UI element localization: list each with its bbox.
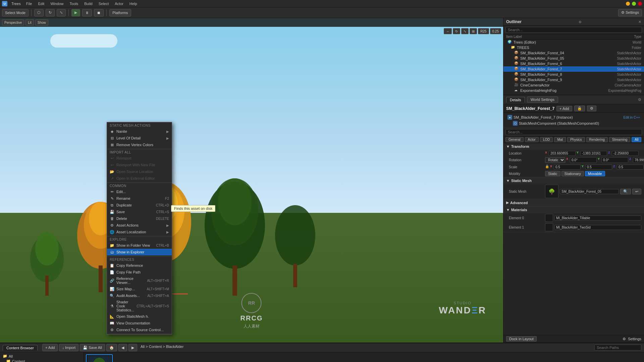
mobility-static-btn[interactable]: Static <box>545 171 560 176</box>
scale-lock-icon[interactable]: 🔒 <box>545 165 549 170</box>
root-component-item[interactable]: ● SM_BlackAlder_Forest_7 (Instance) Edit… <box>506 114 641 120</box>
viewport-scale-btn[interactable]: ⤡ <box>461 28 469 34</box>
materials-section-header[interactable]: ▼ Materials <box>503 206 644 213</box>
rotation-y-input[interactable] <box>601 157 628 163</box>
outliner-item-sm7[interactable]: 📦 SM_BlackAlder_Forest_7 StaticMeshActor <box>503 66 644 72</box>
outliner-item-sm8[interactable]: 📦 SM_BlackAlder_Forest_8 StaticMeshActor <box>503 72 644 77</box>
viewport-rotate-btn[interactable]: ↻ <box>453 28 460 34</box>
outliner-search-input[interactable] <box>505 27 642 33</box>
static-mesh-input[interactable] <box>560 189 619 194</box>
location-y-input[interactable] <box>580 151 607 156</box>
material-1-input[interactable] <box>554 225 641 230</box>
details-add-btn[interactable]: + Add <box>556 106 572 111</box>
ctx-audit-assets[interactable]: 🔍 Audit Assets... ALT+SHIFT+A <box>107 292 172 299</box>
ctx-show-folder[interactable]: 📁 Show in Folder View CTRL+B <box>107 242 172 249</box>
cb-nav-back-btn[interactable]: ◀ <box>118 344 127 351</box>
settings-button[interactable]: ⚙ Settings <box>618 9 642 16</box>
outliner-item-sm9[interactable]: 📦 SM_BlackAlder_Forest_9 StaticMeshActor <box>503 77 644 82</box>
stop-button[interactable]: ⏹ <box>94 9 104 16</box>
outliner-item-fog[interactable]: ☁ ExponentialHeightFog ExponentialHeight… <box>503 88 644 93</box>
viewport-grid-btn[interactable]: ⊞ <box>470 28 477 34</box>
filter-streaming[interactable]: Streaming <box>609 137 631 142</box>
filter-physics[interactable]: Physics <box>567 137 585 142</box>
ctx-reference-viewer[interactable]: 🔗 Reference Viewer... ALT+SHIFT+R <box>107 276 172 286</box>
play-button[interactable]: ▶ <box>71 9 80 16</box>
menu-help[interactable]: Help <box>128 1 139 6</box>
outliner-item-sm04[interactable]: 📦 SM_BlackAlder_Forest_04 StaticMeshActo… <box>503 50 644 56</box>
rotation-mode-select[interactable]: Rotation <box>545 157 565 163</box>
outliner-item-sm6[interactable]: 📦 SM_BlackAlder_Forest_6 StaticMeshActor <box>503 61 644 66</box>
ctx-duplicate[interactable]: ⧉ Duplicate CTRL+D <box>107 202 172 208</box>
viewport-perspective-btn[interactable]: Perspective <box>2 19 24 25</box>
details-options[interactable]: ⚙ <box>638 98 641 102</box>
viewport[interactable]: Perspective Lit Show ↔ ↻ ⤡ ⊞ R25 0.25 <box>0 18 503 343</box>
ctx-show-explorer[interactable]: 🗂 Show in Explorer <box>107 249 172 255</box>
cb-save-btn[interactable]: 💾 Save All <box>80 344 105 351</box>
outliner-item-trees-folder[interactable]: 📁 TREES Folder <box>503 45 644 50</box>
details-lock-btn[interactable]: 🔒 <box>574 106 585 111</box>
maximize-button[interactable] <box>632 2 636 6</box>
ctx-copy-file-path[interactable]: 📄 Copy File Path <box>107 269 172 276</box>
cb-search-input[interactable] <box>594 345 641 351</box>
ctx-save[interactable]: 💾 Save CTRL+S <box>107 208 172 215</box>
filter-rendering[interactable]: Rendering <box>586 137 608 142</box>
cb-tree-all[interactable]: 📁 All <box>0 354 84 359</box>
ctx-asset-localization[interactable]: 🌐 Asset Localization ▶ <box>107 229 172 235</box>
details-settings-label[interactable]: Settings <box>628 337 641 341</box>
details-filter-btn[interactable]: ⚙ <box>587 106 596 111</box>
ctx-lod[interactable]: ⊟ Level Of Detail ▶ <box>107 135 172 141</box>
filter-general[interactable]: General <box>505 137 524 142</box>
ctx-copy-reference[interactable]: 📋 Copy Reference <box>107 262 172 269</box>
ctx-view-docs[interactable]: 📖 View Documentation <box>107 320 172 326</box>
rotate-button[interactable]: ↻ <box>46 9 55 16</box>
viewport-snap-btn[interactable]: R25 <box>478 28 489 34</box>
viewport-lit-btn[interactable]: Lit <box>25 19 34 25</box>
advanced-section-header[interactable]: ▶ Advanced <box>503 199 644 206</box>
location-z-input[interactable] <box>612 151 639 156</box>
ctx-nanite[interactable]: ◈ Nanite ▶ <box>107 128 172 135</box>
ctx-asset-actions[interactable]: ⚙ Asset Actions ▶ <box>107 222 172 229</box>
cb-add-btn[interactable]: + Add <box>42 344 58 351</box>
content-browser-tab[interactable]: Content Browser <box>3 345 38 351</box>
details-tab[interactable]: Details <box>506 97 525 103</box>
menu-file[interactable]: File <box>25 1 34 6</box>
platforms-button[interactable]: Platforms <box>109 9 131 16</box>
menu-edit[interactable]: Edit <box>37 1 46 6</box>
menu-select[interactable]: Select <box>97 1 110 6</box>
filter-actor[interactable]: Actor <box>525 137 539 142</box>
outliner-options[interactable]: ⚙ <box>579 20 582 24</box>
menu-build[interactable]: Build <box>83 1 94 6</box>
pause-button[interactable]: ⏸ <box>82 9 92 16</box>
location-x-input[interactable] <box>549 151 576 156</box>
viewport-move-btn[interactable]: ↔ <box>444 28 452 34</box>
material-0-input[interactable] <box>554 216 641 221</box>
outliner-item-sm05[interactable]: 📦 SM_BlackAlder_Forest_05 StaticMeshActo… <box>503 56 644 61</box>
ctx-shader-cook[interactable]: ⚗ Shader Cook Statistics... CTRL+ALT+SHI… <box>107 299 172 313</box>
child-component-item[interactable]: ⬡ StaticMeshComponent (StaticMeshCompone… <box>506 120 641 126</box>
cb-asset-sm05[interactable]: Static Mesh SM_BlackAlder_Forest_05 <box>86 354 113 362</box>
ctx-source-control[interactable]: ⚙ Connect To Source Control... <box>107 326 172 333</box>
filter-lod[interactable]: LOD <box>540 137 553 142</box>
mobility-movable-btn[interactable]: Movable <box>585 171 605 176</box>
filter-all[interactable]: All <box>632 137 641 142</box>
cb-import-btn[interactable]: ↓ Import <box>59 344 78 351</box>
outliner-close[interactable]: ✕ <box>638 20 641 24</box>
scale-z-input[interactable] <box>617 165 644 170</box>
ctx-delete[interactable]: 🗑 Delete DELETE <box>107 215 172 222</box>
ctx-rename[interactable]: ✎ Rename F2 <box>107 195 172 202</box>
outliner-item-cinecamera[interactable]: 🎥 CineCameraActor CineCameraActor <box>503 82 644 88</box>
cb-nav-fwd-btn[interactable]: ▶ <box>128 344 137 351</box>
edit-in-cpp-btn[interactable]: Edit in C++ <box>624 116 640 119</box>
rotation-z-input[interactable] <box>633 157 644 163</box>
static-mesh-section-header[interactable]: ▼ Static Mesh <box>503 177 644 184</box>
close-button[interactable] <box>638 2 642 6</box>
mobility-stationary-btn[interactable]: Stationary <box>561 171 584 176</box>
scale-button[interactable]: ⤡ <box>57 9 66 16</box>
viewport-show-btn[interactable]: Show <box>35 19 48 25</box>
minimize-button[interactable] <box>626 2 630 6</box>
menu-actor[interactable]: Actor <box>113 1 125 6</box>
ctx-edit[interactable]: ✏ Edit... <box>107 188 172 195</box>
select-mode-button[interactable]: Select Mode <box>2 9 29 16</box>
details-search-input[interactable] <box>505 129 642 135</box>
transform-section-header[interactable]: ▼ Transform <box>503 143 644 150</box>
